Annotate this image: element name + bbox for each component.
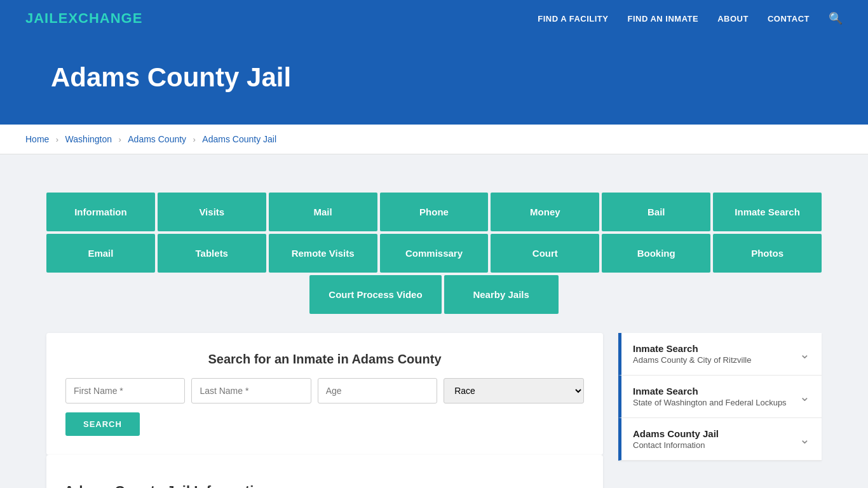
nav-links: FIND A FACILITY FIND AN INMATE ABOUT CON… (538, 11, 843, 25)
nav-find-inmate[interactable]: FIND AN INMATE (627, 14, 698, 24)
btn-tablets[interactable]: Tablets (158, 234, 266, 273)
sidebar-card-3-title: Adams County Jail (633, 428, 719, 439)
sidebar-card-2-subtitle: State of Washington and Federal Lockups (633, 398, 787, 407)
search-title: Search for an Inmate in Adams County (65, 352, 584, 367)
breadcrumb-sep-3: › (193, 135, 196, 144)
breadcrumb-home[interactable]: Home (25, 134, 49, 144)
main-content: Information Visits Mail Phone Money Bail… (21, 173, 847, 488)
button-grid-row2: Email Tablets Remote Visits Commissary C… (46, 234, 822, 273)
button-grid-row1: Information Visits Mail Phone Money Bail… (46, 193, 822, 231)
search-fields: Race White Black Hispanic Asian Other (65, 378, 584, 403)
btn-email[interactable]: Email (46, 234, 155, 273)
lower-section: Search for an Inmate in Adams County Rac… (46, 333, 822, 488)
btn-booking[interactable]: Booking (602, 234, 710, 273)
chevron-down-icon-1: ⌄ (799, 346, 810, 362)
race-select[interactable]: Race White Black Hispanic Asian Other (444, 378, 584, 403)
nav-contact[interactable]: CONTACT (768, 14, 810, 24)
nav-find-facility[interactable]: FIND A FACILITY (538, 14, 608, 24)
navbar: JAILEXCHANGE FIND A FACILITY FIND AN INM… (0, 0, 868, 37)
btn-nearby-jails[interactable]: Nearby Jails (444, 275, 559, 314)
breadcrumb-washington[interactable]: Washington (65, 134, 112, 144)
btn-mail[interactable]: Mail (269, 193, 377, 231)
sidebar-card-3-subtitle: Contact Information (633, 440, 719, 450)
btn-photos[interactable]: Photos (713, 234, 822, 273)
info-heading: Adams County Jail Information (64, 483, 585, 488)
button-grid-row3: Court Process Video Nearby Jails (46, 275, 822, 314)
search-panel: Search for an Inmate in Adams County Rac… (46, 333, 603, 455)
btn-money[interactable]: Money (491, 193, 599, 231)
age-input[interactable] (318, 378, 437, 403)
hero-section: Adams County Jail (0, 37, 868, 125)
sidebar-card-1-subtitle: Adams County & City of Ritzville (633, 355, 751, 365)
btn-court-process-video[interactable]: Court Process Video (309, 275, 441, 314)
sidebar-card-inmate-search-1[interactable]: Inmate Search Adams County & City of Rit… (618, 333, 822, 376)
btn-commissary[interactable]: Commissary (380, 234, 489, 273)
last-name-input[interactable] (191, 378, 311, 403)
brand-logo[interactable]: JAILEXCHANGE (25, 10, 142, 27)
sidebar-card-2-title: Inmate Search (633, 386, 787, 396)
btn-remote-visits[interactable]: Remote Visits (269, 234, 377, 273)
sidebar-card-inmate-search-2[interactable]: Inmate Search State of Washington and Fe… (618, 376, 822, 418)
brand-accent: E (58, 10, 69, 26)
btn-inmate-search[interactable]: Inmate Search (713, 193, 822, 231)
sidebar-card-1-title: Inmate Search (633, 343, 751, 354)
chevron-down-icon-3: ⌄ (799, 431, 810, 447)
info-section: Adams County Jail Information (46, 455, 603, 488)
chevron-down-icon-2: ⌄ (799, 389, 810, 404)
right-sidebar: Inmate Search Adams County & City of Rit… (618, 333, 822, 461)
search-icon-button[interactable]: 🔍 (829, 11, 843, 25)
nav-about[interactable]: ABOUT (717, 14, 749, 24)
btn-bail[interactable]: Bail (602, 193, 710, 231)
btn-phone[interactable]: Phone (380, 193, 489, 231)
btn-court[interactable]: Court (491, 234, 599, 273)
breadcrumb: Home › Washington › Adams County › Adams… (0, 125, 868, 154)
btn-visits[interactable]: Visits (158, 193, 266, 231)
breadcrumb-adams-county[interactable]: Adams County (128, 134, 186, 144)
brand-part1: JAIL (25, 10, 58, 26)
first-name-input[interactable] (65, 378, 185, 403)
btn-information[interactable]: Information (46, 193, 155, 231)
page-title: Adams County Jail (51, 62, 817, 93)
brand-part2: XCHANGE (68, 10, 142, 26)
breadcrumb-sep-2: › (118, 135, 121, 144)
search-button[interactable]: SEARCH (65, 412, 140, 436)
breadcrumb-sep-1: › (56, 135, 58, 144)
sidebar-card-contact-info[interactable]: Adams County Jail Contact Information ⌄ (618, 418, 822, 461)
breadcrumb-current: Adams County Jail (202, 134, 276, 144)
